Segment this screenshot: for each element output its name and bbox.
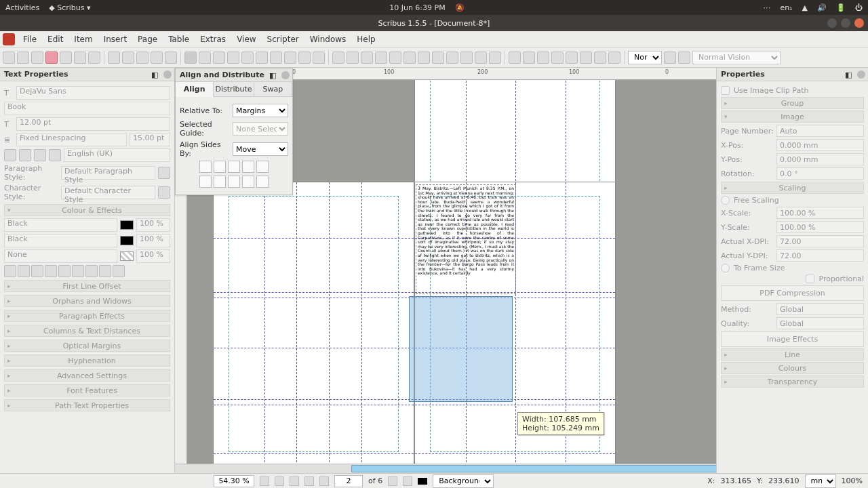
close-doc-icon[interactable] (45, 52, 58, 64)
pin-icon[interactable]: ◧ (269, 71, 277, 79)
section-colour-effects[interactable]: Colour & Effects (4, 204, 170, 216)
guide-horizontal[interactable] (214, 453, 414, 454)
yscale-input[interactable]: 100.00 % (776, 221, 864, 233)
unit-select[interactable]: mm (805, 474, 836, 488)
horizontal-scrollbar[interactable] (175, 464, 716, 473)
edit-text-tool-icon[interactable] (418, 52, 430, 64)
relative-to-select[interactable]: Margins (233, 104, 288, 117)
bg-color-select[interactable]: None (4, 249, 117, 263)
redo-icon[interactable] (122, 52, 134, 64)
image-frame-tool-icon[interactable] (213, 52, 225, 64)
guide-horizontal[interactable] (214, 399, 414, 400)
close-panel-icon[interactable] (857, 70, 865, 79)
xpos-input[interactable]: 0.000 mm (776, 139, 864, 151)
eyedropper-icon[interactable] (489, 52, 501, 64)
copy-icon[interactable] (151, 52, 163, 64)
underline-words-icon[interactable] (18, 265, 30, 277)
page-left[interactable] (213, 182, 414, 464)
zoom-out-icon[interactable] (260, 476, 269, 486)
keyboard-layout-indicator[interactable]: en₁ (780, 3, 792, 12)
tab-swap[interactable]: Swap (254, 82, 292, 96)
section-path-text[interactable]: Path Text Properties (4, 399, 170, 411)
open-doc-icon[interactable] (17, 52, 29, 64)
guide-horizontal[interactable] (214, 238, 414, 239)
section-optical-margins[interactable]: Optical Margins (4, 340, 170, 352)
scrollbar-thumb[interactable] (351, 465, 716, 472)
guide-vertical[interactable] (296, 182, 297, 464)
free-scaling-radio[interactable] (721, 196, 730, 205)
first-page-icon[interactable] (304, 476, 314, 486)
link-frames-icon[interactable] (432, 52, 444, 64)
guide-horizontal[interactable] (214, 348, 414, 348)
measure-tool-icon[interactable] (460, 52, 473, 64)
pdf-radiobutton-icon[interactable] (523, 52, 535, 64)
save-doc-icon[interactable] (31, 52, 43, 64)
guide-horizontal[interactable] (415, 405, 615, 405)
maximize-button[interactable] (841, 18, 850, 28)
use-clip-path-checkbox[interactable] (721, 86, 730, 95)
font-family-select[interactable]: DejaVu Sans (16, 86, 170, 100)
menu-view[interactable]: View (231, 33, 261, 46)
spiral-tool-icon[interactable] (313, 52, 325, 64)
pin-icon[interactable]: ◧ (151, 70, 159, 79)
guide-horizontal[interactable] (214, 405, 414, 405)
display-mode-select[interactable]: Normal (628, 51, 662, 64)
pdf-link-icon[interactable] (608, 52, 620, 64)
ypos-input[interactable]: 0.000 mm (776, 153, 864, 165)
close-panel-icon[interactable] (281, 71, 290, 79)
copy-props-icon[interactable] (475, 52, 487, 64)
next-page-icon[interactable] (388, 476, 397, 486)
section-paragraph-effects[interactable]: Paragraph Effects (4, 310, 170, 322)
section-image[interactable]: Image (721, 110, 864, 123)
power-icon[interactable]: ⏻ (855, 3, 863, 12)
section-font-features[interactable]: Font Features (4, 384, 170, 396)
paragraph-style-select[interactable]: Default Paragraph Style (61, 166, 155, 180)
language-select[interactable]: English (UK) (64, 148, 170, 162)
section-first-line-offset[interactable]: First Line Offset (4, 280, 170, 292)
xscale-input[interactable]: 100.00 % (776, 207, 864, 219)
pdf-pushbutton-icon[interactable] (509, 52, 521, 64)
subscript-icon[interactable] (31, 265, 43, 277)
section-columns-distances[interactable]: Columns & Text Distances (4, 325, 170, 337)
ydpi-input[interactable]: 72.00 (776, 249, 864, 262)
text-frame-tool-icon[interactable] (199, 52, 211, 64)
align-top-edges-icon[interactable] (199, 176, 212, 188)
stroke-color-select[interactable]: Black (4, 234, 117, 247)
guide-horizontal[interactable] (415, 348, 615, 348)
edit-para-style-icon[interactable] (158, 167, 170, 179)
close-button[interactable] (854, 18, 864, 28)
align-right-icon[interactable] (34, 149, 46, 161)
section-transparency[interactable]: Transparency (721, 375, 864, 388)
section-colours[interactable]: Colours (721, 362, 864, 374)
pdf-textfield-icon[interactable] (537, 52, 549, 64)
render-frame-tool-icon[interactable] (227, 52, 239, 64)
rotate-tool-icon[interactable] (375, 52, 387, 64)
align-left-out-icon[interactable] (242, 161, 254, 173)
preflight-icon[interactable] (74, 52, 86, 64)
xdpi-input[interactable]: 72.00 (776, 235, 864, 247)
layer-select[interactable]: Background (433, 474, 494, 488)
shadow-icon[interactable] (113, 265, 125, 277)
fill-opacity-input[interactable]: 100 % (136, 218, 170, 232)
print-icon[interactable] (60, 52, 72, 64)
align-sides-select[interactable]: Move (233, 142, 288, 156)
align-center-icon[interactable] (19, 149, 31, 161)
bg-opacity-input[interactable]: 100 % (136, 249, 170, 263)
section-hyphenation[interactable]: Hyphenation (4, 354, 170, 367)
align-right-edges-icon[interactable] (228, 161, 240, 173)
quality-select[interactable]: Global (776, 317, 864, 329)
page-number-select[interactable]: Auto (776, 125, 864, 137)
zoom-input[interactable] (214, 475, 254, 487)
selected-guide-select[interactable]: None Selected (233, 122, 288, 136)
line-tool-icon[interactable] (298, 52, 311, 64)
network-icon[interactable]: ▲ (802, 3, 808, 12)
font-size-input[interactable]: 12.00 pt (16, 117, 170, 131)
align-right-out-icon[interactable] (256, 161, 269, 173)
edit-contents-tool-icon[interactable] (403, 52, 416, 64)
guide-vertical[interactable] (264, 182, 265, 464)
app-menu[interactable]: ◆ Scribus ▾ (49, 3, 90, 12)
character-style-select[interactable]: Default Character Style (61, 186, 155, 199)
menu-page[interactable]: Page (132, 33, 163, 46)
align-justify-icon[interactable] (49, 149, 61, 161)
pdf-annotation-icon[interactable] (594, 52, 606, 64)
